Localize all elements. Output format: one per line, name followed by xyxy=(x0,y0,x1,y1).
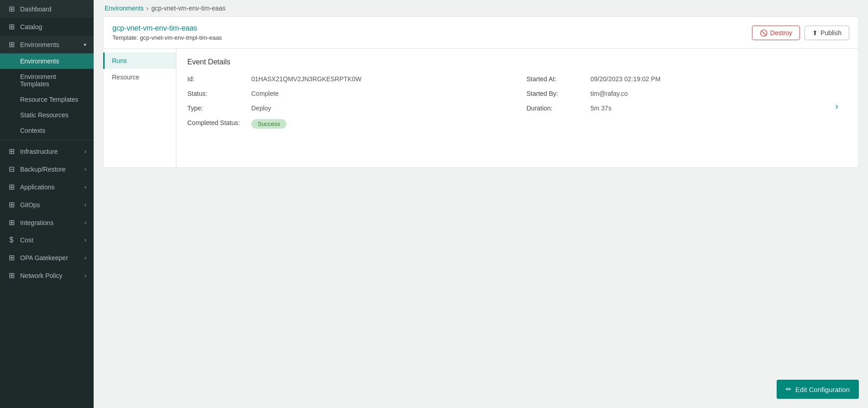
destroy-icon: 🚫 xyxy=(760,29,767,37)
sidebar-item-environment-templates[interactable]: Environment Templates xyxy=(0,69,94,92)
sidebar-label-integrations: Integrations xyxy=(20,219,53,226)
divider xyxy=(0,140,94,141)
publish-button[interactable]: ⬆ Publish xyxy=(804,26,849,40)
event-row-type: Type: Deploy xyxy=(187,105,508,112)
gitops-icon: ⊞ xyxy=(7,200,16,209)
sidebar-label-env-templates: Environment Templates xyxy=(20,73,86,88)
event-value-started-by: tim@rafay.co xyxy=(591,90,628,97)
event-row-started-at: Started At: 09/20/2023 02:19:02 PM xyxy=(527,75,848,83)
event-row-completed-status: Completed Status: Success xyxy=(187,119,508,129)
edit-config-label: Edit Configuration xyxy=(795,386,850,393)
main-content: Environments › gcp-vnet-vm-env-tim-eaas … xyxy=(94,0,868,408)
event-row-duration: Duration: 5m 37s xyxy=(527,105,848,112)
sidebar-item-environments-section[interactable]: ⊞ Environments ▾ xyxy=(0,36,94,53)
event-value-duration: 5m 37s xyxy=(591,105,612,112)
opa-icon: ⊞ xyxy=(7,253,16,262)
sidebar-label-catalog: Catalog xyxy=(20,23,42,31)
chevron-right-icon: › xyxy=(85,148,86,155)
applications-icon: ⊞ xyxy=(7,183,16,191)
sidebar-label-infrastructure: Infrastructure xyxy=(20,148,58,155)
chevron-right-icon-5: › xyxy=(85,220,86,226)
publish-label: Publish xyxy=(820,29,842,37)
event-left-col: Id: 01HASX21QMV2JN3RGKESRPTK0W Status: C… xyxy=(187,75,508,136)
sidebar-label-gitops: GitOps xyxy=(20,201,40,209)
edit-icon: ✏ xyxy=(786,385,792,393)
card-title-link[interactable]: gcp-vnet-vm-env-tim-eaas xyxy=(112,24,222,32)
sidebar-label-opa: OPA Gatekeeper xyxy=(20,254,68,262)
sidebar-item-integrations[interactable]: ⊞ Integrations › xyxy=(0,214,94,231)
breadcrumb-current: gcp-vnet-vm-env-tim-eaas xyxy=(151,5,226,12)
sidebar-item-cost[interactable]: $ Cost › xyxy=(0,231,94,249)
environment-card: gcp-vnet-vm-env-tim-eaas Template: gcp-v… xyxy=(103,16,859,168)
event-label-started-at: Started At: xyxy=(527,75,591,83)
event-grid: Id: 01HASX21QMV2JN3RGKESRPTK0W Status: C… xyxy=(187,75,847,136)
event-right-col: Started At: 09/20/2023 02:19:02 PM Start… xyxy=(527,75,848,136)
event-label-completed-status: Completed Status: xyxy=(187,119,251,126)
breadcrumb: Environments › gcp-vnet-vm-env-tim-eaas xyxy=(94,0,868,16)
card-body: Runs Resource Event Details Id: 01HASX21… xyxy=(103,49,858,167)
sidebar-item-applications[interactable]: ⊞ Applications › xyxy=(0,178,94,196)
event-value-id: 01HASX21QMV2JN3RGKESRPTK0W xyxy=(251,75,361,83)
breadcrumb-parent[interactable]: Environments xyxy=(105,5,144,12)
sidebar-item-dashboard[interactable]: ⊞ Dashboard xyxy=(0,0,94,18)
publish-icon: ⬆ xyxy=(812,29,818,37)
tab-runs[interactable]: Runs xyxy=(103,52,176,69)
event-details-title: Event Details xyxy=(187,58,847,66)
card-actions: 🚫 Destroy ⬆ Publish xyxy=(752,26,849,40)
breadcrumb-separator: › xyxy=(147,5,149,12)
chevron-right-icon-3: › xyxy=(85,184,86,190)
tab-runs-label: Runs xyxy=(112,57,127,64)
sidebar-item-static-resources[interactable]: Static Resources xyxy=(0,107,94,123)
integrations-icon: ⊞ xyxy=(7,218,16,227)
tab-resource-label: Resource xyxy=(112,73,139,81)
event-value-type: Deploy xyxy=(251,105,271,112)
event-label-type: Type: xyxy=(187,105,251,112)
sidebar-item-gitops[interactable]: ⊞ GitOps › xyxy=(0,196,94,214)
event-details-panel: Event Details Id: 01HASX21QMV2JN3RGKESRP… xyxy=(176,49,858,167)
card-title-area: gcp-vnet-vm-env-tim-eaas Template: gcp-v… xyxy=(112,24,222,41)
navigate-right-icon[interactable]: › xyxy=(835,100,838,111)
template-label: Template: xyxy=(112,34,138,41)
sidebar-label-applications: Applications xyxy=(20,183,55,191)
sidebar-label-backup: Backup/Restore xyxy=(20,166,66,173)
sidebar-label-cost: Cost xyxy=(20,236,33,244)
sidebar-label-dashboard: Dashboard xyxy=(20,5,52,13)
edit-configuration-button[interactable]: ✏ Edit Configuration xyxy=(777,380,859,399)
card-header: gcp-vnet-vm-env-tim-eaas Template: gcp-v… xyxy=(103,17,858,49)
infrastructure-icon: ⊞ xyxy=(7,147,16,156)
chevron-right-icon-2: › xyxy=(85,166,86,173)
sidebar-label-environments-section: Environments xyxy=(20,41,59,48)
destroy-label: Destroy xyxy=(770,29,792,37)
template-value: gcp-vnet-vm-env-tmpl-tim-eaas xyxy=(140,34,222,41)
destroy-button[interactable]: 🚫 Destroy xyxy=(752,26,800,40)
event-value-status: Complete xyxy=(251,90,279,97)
environments-icon: ⊞ xyxy=(7,40,16,49)
event-label-started-by: Started By: xyxy=(527,90,591,97)
sidebar-item-infrastructure[interactable]: ⊞ Infrastructure › xyxy=(0,142,94,160)
tabs-sidebar: Runs Resource xyxy=(103,49,176,167)
event-row-status: Status: Complete xyxy=(187,90,508,97)
sidebar-item-catalog[interactable]: ⊞ Catalog xyxy=(0,18,94,36)
dashboard-icon: ⊞ xyxy=(7,5,16,13)
cost-icon: $ xyxy=(7,236,16,244)
catalog-icon: ⊞ xyxy=(7,22,16,31)
sidebar-label-static-resources: Static Resources xyxy=(20,111,69,119)
card-subtitle: Template: gcp-vnet-vm-env-tmpl-tim-eaas xyxy=(112,34,222,41)
status-badge: Success xyxy=(251,119,286,129)
tab-resource[interactable]: Resource xyxy=(103,69,176,85)
sidebar-item-environments[interactable]: Environments xyxy=(0,53,94,69)
backup-icon: ⊟ xyxy=(7,165,16,173)
event-label-status: Status: xyxy=(187,90,251,97)
chevron-right-icon-4: › xyxy=(85,202,86,208)
sidebar-item-backup-restore[interactable]: ⊟ Backup/Restore › xyxy=(0,160,94,178)
event-value-started-at: 09/20/2023 02:19:02 PM xyxy=(591,75,661,83)
sidebar-item-network-policy[interactable]: ⊞ Network Policy › xyxy=(0,267,94,284)
sidebar-label-environments: Environments xyxy=(20,58,59,65)
chevron-right-icon-7: › xyxy=(85,255,86,261)
sidebar-item-opa-gatekeeper[interactable]: ⊞ OPA Gatekeeper › xyxy=(0,249,94,267)
sidebar-item-contexts[interactable]: Contexts xyxy=(0,123,94,138)
sidebar-label-resource-templates: Resource Templates xyxy=(20,96,78,103)
event-row-id: Id: 01HASX21QMV2JN3RGKESRPTK0W xyxy=(187,75,508,83)
sidebar-item-resource-templates[interactable]: Resource Templates xyxy=(0,92,94,107)
event-label-duration: Duration: xyxy=(527,105,591,112)
